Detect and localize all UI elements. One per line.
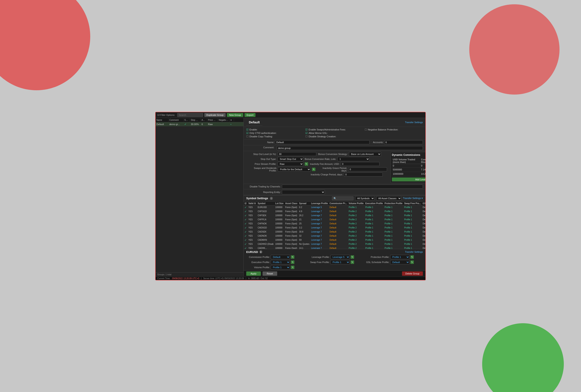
th-spread[interactable]: Spread	[298, 202, 310, 206]
sym-cell-7-9[interactable]: Profile 1	[364, 234, 384, 238]
sym-cell-5-6[interactable]: Leverage 7	[310, 226, 329, 230]
sym-cell-4-7[interactable]: Default	[329, 222, 348, 226]
sym-cell-2-7[interactable]: Default	[329, 214, 348, 218]
th-symbol[interactable]: Symbol	[257, 202, 274, 206]
disable-trading-input[interactable]	[282, 184, 423, 188]
reset-button[interactable]: Reset	[263, 272, 277, 276]
bonus-select[interactable]: Base on Lots Amount	[349, 152, 381, 156]
sym-cell-3-8[interactable]: Profile 2	[348, 218, 364, 222]
sym-cell-5-10[interactable]: Profile 1	[384, 226, 403, 230]
symbol-row-2[interactable]: ✓YESCHFSEK100000Forex (Spot)26.2Leverage…	[244, 214, 425, 218]
symbol-row-6[interactable]: ✓YESCADSEK100000Forex (Spot)30.8Leverage…	[244, 230, 425, 234]
volume-edit[interactable]: ✎	[291, 266, 294, 269]
sym-cell-0-6[interactable]: Leverage 5	[310, 205, 329, 209]
swaps-profile-edit[interactable]: ✎	[312, 168, 315, 171]
sym-cell-1-6[interactable]: Leverage 7	[310, 209, 329, 214]
sym-cell-0-9[interactable]: Profile 1	[364, 205, 384, 209]
symbol-filter-all[interactable]: All Symbols	[355, 196, 375, 200]
stop-type-select[interactable]: Smart Stop Out	[278, 157, 303, 161]
sym-cell-3-7[interactable]: Default	[329, 218, 348, 222]
th-volume[interactable]: Volume Profile	[348, 202, 364, 206]
sym-cell-10-10[interactable]: Profile 1	[384, 246, 403, 249]
allow-worse-checkbox[interactable]: ☑	[305, 132, 308, 134]
sym-cell-10-11[interactable]: Profile 1	[403, 246, 422, 249]
sym-cell-6-9[interactable]: Profile 1	[364, 230, 384, 234]
sym-cell-6-11[interactable]: Profile 1	[403, 230, 422, 234]
accounts-input[interactable]	[384, 140, 423, 144]
sym-cell-4-10[interactable]: Profile 1	[384, 222, 403, 226]
symbol-row-3[interactable]: ✓YESCHFPLN100000Forex (Spot)21Leverage 7…	[244, 218, 425, 222]
th-commission[interactable]: Commission Pr...	[329, 202, 348, 206]
col-swap[interactable]: Swap En...	[183, 118, 190, 122]
sym-cell-10-7[interactable]: Default	[329, 246, 348, 249]
sym-cell-8-9[interactable]: Profile 1	[364, 238, 384, 242]
leverage-select[interactable]: Leverage 5	[330, 255, 350, 259]
sym-cell-2-11[interactable]: Profile 1	[403, 214, 422, 218]
transfer-settings-link[interactable]: Transfer Settings	[405, 121, 423, 124]
inact-fee-input[interactable]	[341, 162, 379, 166]
sym-cell-9-6[interactable]: Leverage 7	[310, 242, 329, 246]
symbol-search[interactable]	[332, 196, 353, 200]
th-swapfree[interactable]: Swap Free Pro...	[403, 202, 422, 206]
symbol-row-9[interactable]: ✓YESCADHKD (Disab100000Forex (Spot)No Qu…	[244, 242, 425, 246]
sym-cell-8-7[interactable]: Default	[329, 238, 348, 242]
sym-cell-3-9[interactable]: Profile 1	[364, 218, 384, 222]
th-valid[interactable]: Valid ①	[248, 202, 257, 206]
symbol-row-5[interactable]: ✓YESCADSGD100000Forex (Spot)3.2Leverage …	[244, 226, 425, 230]
sym-cell-4-6[interactable]: Leverage 7	[310, 222, 329, 226]
execution-select[interactable]: Profile 1	[271, 260, 290, 264]
col-comment[interactable]: Comment	[168, 118, 183, 122]
sym-cell-8-6[interactable]: Leverage 7	[310, 238, 329, 242]
sym-cell-9-8[interactable]: Profile 2	[348, 242, 364, 246]
sym-cell-7-8[interactable]: Profile 2	[348, 234, 364, 238]
sym-cell-5-12[interactable]: Default	[422, 226, 425, 230]
sym-cell-9-9[interactable]: Profile 1	[364, 242, 384, 246]
sym-cell-5-8[interactable]: Profile 2	[348, 226, 364, 230]
strategy-checkbox[interactable]: ☐	[305, 135, 308, 138]
sym-cell-1-9[interactable]: Profile 1	[364, 209, 384, 214]
search-input[interactable]	[177, 113, 203, 117]
col-name[interactable]: Name	[156, 118, 168, 122]
sym-cell-9-12[interactable]: Default	[422, 242, 425, 246]
sidebar-row-default[interactable]: Default demo gr... ✓ 30.00% 6 Raw ▪	[156, 122, 243, 126]
sym-cell-6-10[interactable]: Profile 1	[384, 230, 403, 234]
symbol-row-10[interactable]: ✓YESCADHK...100000Forex (Spot)14.1Levera…	[244, 246, 425, 249]
sym-cell-3-6[interactable]: Leverage 7	[310, 218, 329, 222]
sym-cell-1-8[interactable]: Profile 2	[348, 209, 364, 214]
swapfree-edit[interactable]: ✎	[351, 260, 354, 264]
sym-cell-4-11[interactable]: Profile 1	[403, 222, 422, 226]
protection-edit[interactable]: ✎	[410, 255, 414, 259]
gsl-select[interactable]: Default	[390, 260, 410, 264]
symbol-row-8[interactable]: ✓YESCADMXN100000Forex (Spot)59Leverage 7…	[244, 238, 425, 242]
sym-cell-8-11[interactable]: Profile 1	[403, 238, 422, 242]
duplicate-group-button[interactable]: Duplicate Group	[204, 113, 226, 117]
sym-cell-0-8[interactable]: Profile 1	[348, 205, 364, 209]
price-stream-edit[interactable]: ✎	[305, 162, 308, 166]
swaps-checkbox[interactable]: ☑	[305, 128, 308, 131]
sym-cell-1-12[interactable]: Default	[422, 209, 425, 214]
th-lotsize[interactable]: Lot Size	[274, 202, 284, 206]
volume-select[interactable]: Profile 1	[271, 265, 290, 270]
ctid-checkbox[interactable]: ☑	[246, 132, 249, 134]
add-level-button[interactable]: Add Level	[392, 178, 425, 182]
symbol-transfer-link[interactable]: Transfer Settings ▾	[403, 197, 423, 200]
leverage-edit[interactable]: ✎	[351, 255, 354, 259]
inact-charge-input[interactable]	[344, 172, 383, 176]
sym-cell-10-6[interactable]: Leverage 7	[310, 246, 329, 249]
sym-cell-2-12[interactable]: Default	[422, 214, 425, 218]
comment-input[interactable]	[277, 146, 423, 150]
sym-cell-1-11[interactable]: Profile 1	[403, 209, 422, 214]
sym-cell-9-10[interactable]: Profile 1	[384, 242, 403, 246]
symbol-row-4[interactable]: ✓YESCHFNOK100000Forex (Spot)25Leverage 7…	[244, 222, 425, 226]
col-accounts[interactable]: Accounts	[201, 118, 207, 122]
symbol-row-7[interactable]: ✓YESCADNOK100000Forex (Spot)32Leverage 7…	[244, 234, 425, 238]
sym-cell-4-9[interactable]: Profile 1	[364, 222, 384, 226]
commission-edit[interactable]: ✎	[291, 255, 294, 259]
symbol-row-0[interactable]: ✓YESEURUSD100000Forex (Spot)0.2Leverage …	[244, 205, 425, 209]
sym-cell-10-8[interactable]: Profile 2	[348, 246, 364, 249]
sym-cell-8-12[interactable]: Default	[422, 238, 425, 242]
col-stop[interactable]: Stop Out...	[190, 118, 201, 122]
sym-cell-6-7[interactable]: Default	[329, 230, 348, 234]
sym-cell-7-12[interactable]: Default	[422, 234, 425, 238]
sym-cell-5-11[interactable]: Profile 1	[403, 226, 422, 230]
